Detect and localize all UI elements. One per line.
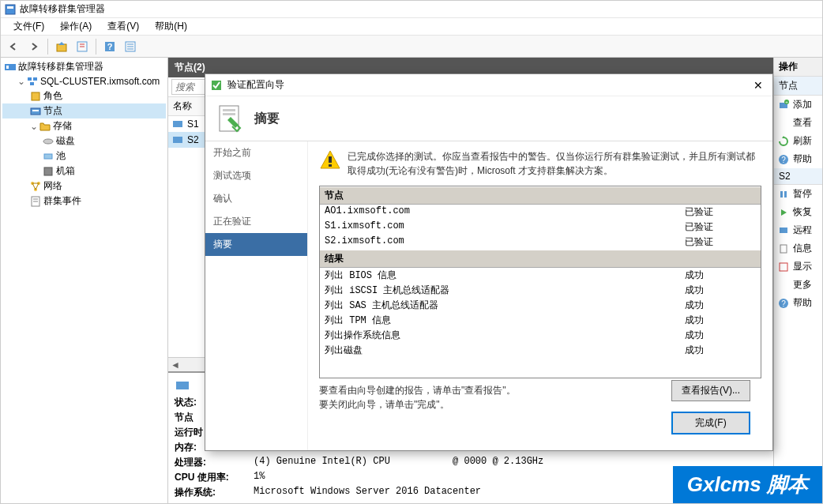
svg-rect-48 xyxy=(329,156,332,163)
svg-text:?: ? xyxy=(781,156,786,164)
info-icon xyxy=(777,243,790,255)
action-show[interactable]: 显示 xyxy=(774,258,822,276)
scroll-left-icon[interactable]: ◄ xyxy=(168,358,182,372)
action-view[interactable]: 查看 xyxy=(774,114,822,132)
svg-text:?: ? xyxy=(781,299,786,308)
cpu-value: (4) Genuine Intel(R) CPU @ 0000 @ 2.13GH… xyxy=(254,456,543,469)
dialog-nav: 开始之前 测试选项 确认 正在验证 摘要 xyxy=(205,141,308,450)
toolbar-separator xyxy=(47,39,48,55)
toolbar-list-icon[interactable] xyxy=(121,38,140,55)
menu-file[interactable]: 文件(F) xyxy=(6,18,52,35)
folder-icon xyxy=(39,120,51,133)
toolbar-up-icon[interactable] xyxy=(52,38,71,55)
node-detail-icon xyxy=(175,378,190,393)
dialog-titlebar[interactable]: 验证配置向导 ✕ xyxy=(205,74,772,96)
events-icon xyxy=(29,195,42,208)
menu-action[interactable]: 操作(A) xyxy=(52,18,100,35)
action-help[interactable]: ?帮助 xyxy=(774,150,822,168)
svg-rect-2 xyxy=(57,44,66,51)
tree-cluster[interactable]: ⌄ SQL-CLUSTER.ixmsoft.com xyxy=(2,74,166,88)
tree-storage[interactable]: ⌄ 存储 xyxy=(2,118,166,134)
svg-rect-21 xyxy=(44,154,52,159)
svg-rect-40 xyxy=(780,245,787,253)
tree-disks[interactable]: 磁盘 xyxy=(2,134,166,149)
wizard-icon xyxy=(210,79,223,92)
result-nodes-header: 节点 xyxy=(320,186,761,205)
result-test-row: 列出 iSCSI 主机总线适配器成功 xyxy=(320,283,761,298)
nav-options[interactable]: 测试选项 xyxy=(205,164,307,187)
svg-rect-39 xyxy=(780,228,787,233)
menu-view[interactable]: 查看(V) xyxy=(100,18,147,35)
toolbar: ? xyxy=(1,36,822,58)
disk-icon xyxy=(42,135,54,148)
collapse-icon[interactable]: ⌄ xyxy=(17,76,26,87)
result-results-header: 结果 xyxy=(320,250,761,268)
view-report-button[interactable]: 查看报告(V)... xyxy=(671,380,750,401)
tree-pools[interactable]: 池 xyxy=(2,149,166,164)
forward-button[interactable] xyxy=(24,38,43,55)
svg-rect-46 xyxy=(223,109,235,111)
result-test-row: 列出 SAS 主机总线适配器成功 xyxy=(320,298,761,313)
svg-rect-38 xyxy=(784,191,787,197)
action-help2[interactable]: ?帮助 xyxy=(774,294,822,312)
close-button[interactable]: ✕ xyxy=(749,76,768,95)
watermark: Gxlcms 脚本 xyxy=(673,466,822,503)
os-label: 操作系统: xyxy=(175,486,254,499)
help-icon: ? xyxy=(777,297,790,310)
toolbar-separator xyxy=(96,39,96,55)
result-test-row: 列出磁盘成功 xyxy=(320,343,761,358)
menubar: 文件(F) 操作(A) 查看(V) 帮助(H) xyxy=(1,18,822,36)
tree-nodes[interactable]: 节点 xyxy=(2,103,166,118)
help-icon: ? xyxy=(777,153,790,166)
pause-icon xyxy=(777,188,790,201)
pool-icon xyxy=(42,150,54,163)
main-window: 故障转移群集管理器 文件(F) 操作(A) 查看(V) 帮助(H) ? 故障转移… xyxy=(0,0,823,504)
node-icon xyxy=(171,118,184,130)
window-title: 故障转移群集管理器 xyxy=(20,2,105,16)
action-add[interactable]: +添加 xyxy=(774,96,822,114)
warning-row: 已完成你选择的测试。你应当查看报告中的警告。仅当你运行所有群集验证测试，并且所有… xyxy=(319,149,761,178)
nav-confirm[interactable]: 确认 xyxy=(205,187,307,210)
cpu-label: 处理器: xyxy=(175,456,254,469)
svg-rect-0 xyxy=(6,5,15,14)
network-icon xyxy=(29,180,42,193)
result-test-row: 列出操作系统信息成功 xyxy=(320,328,761,343)
nodes-icon xyxy=(29,105,42,118)
tree-root[interactable]: 故障转移群集管理器 xyxy=(2,59,166,74)
svg-rect-16 xyxy=(30,82,34,85)
warning-icon xyxy=(319,149,341,171)
action-remote[interactable]: 远程 xyxy=(774,221,822,239)
nav-validating[interactable]: 正在验证 xyxy=(205,210,307,233)
dialog-header: 摘要 xyxy=(205,96,772,141)
tree-enclosures[interactable]: 机箱 xyxy=(2,164,166,179)
action-more[interactable]: 更多 xyxy=(774,276,822,294)
titlebar: 故障转移群集管理器 xyxy=(1,1,822,18)
nav-summary[interactable]: 摘要 xyxy=(205,233,307,256)
result-node-row: S1.ixmsoft.com已验证 xyxy=(320,220,761,235)
remote-icon xyxy=(777,224,790,237)
show-icon xyxy=(777,261,790,273)
actions-section-s2: S2 xyxy=(774,168,822,185)
tree-networks[interactable]: 网络 xyxy=(2,179,166,194)
view-icon xyxy=(777,117,790,130)
actions-section-nodes: 节点 xyxy=(774,77,822,96)
action-resume[interactable]: 恢复 xyxy=(774,203,822,221)
nav-before[interactable]: 开始之前 xyxy=(205,141,307,164)
collapse-icon[interactable]: ⌄ xyxy=(29,121,39,132)
result-node-row: S2.ixmsoft.com已验证 xyxy=(320,235,761,250)
refresh-icon xyxy=(777,135,790,148)
svg-point-20 xyxy=(43,139,53,144)
action-info[interactable]: 信息 xyxy=(774,239,822,258)
toolbar-help-icon[interactable]: ? xyxy=(100,38,119,55)
menu-help[interactable]: 帮助(H) xyxy=(147,18,195,35)
action-pause[interactable]: 暂停 xyxy=(774,185,822,203)
action-refresh[interactable]: 刷新 xyxy=(774,132,822,150)
back-button[interactable] xyxy=(4,38,23,55)
tree-roles[interactable]: 角色 xyxy=(2,88,166,103)
toolbar-properties-icon[interactable] xyxy=(73,38,92,55)
dialog-title: 验证配置向导 xyxy=(227,78,284,92)
cluster-mgr-icon xyxy=(4,61,17,73)
result-box[interactable]: 节点 AO1.ixmsoft.com已验证S1.ixmsoft.com已验证S2… xyxy=(319,186,761,378)
roles-icon xyxy=(29,90,42,103)
tree-events[interactable]: 群集事件 xyxy=(2,194,166,209)
